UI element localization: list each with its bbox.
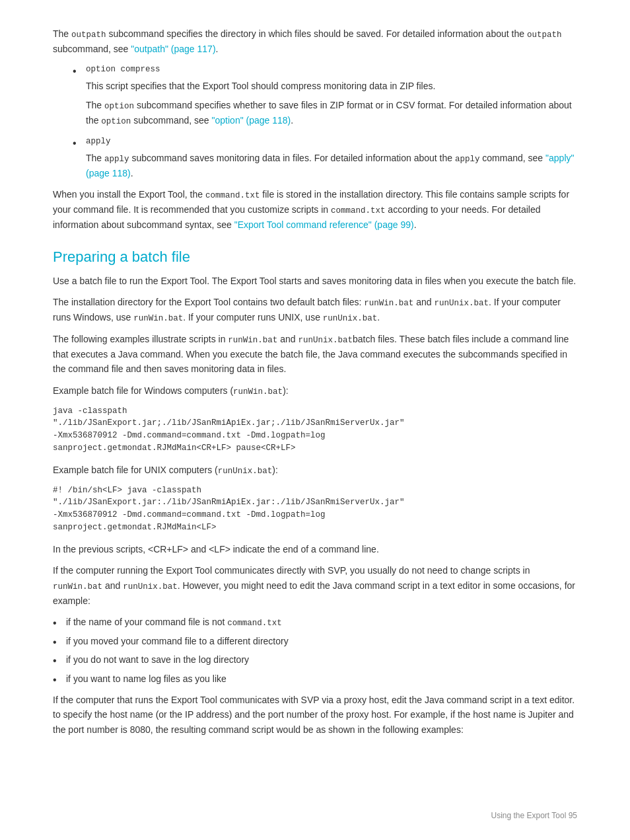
ap-t3: command, see (479, 153, 545, 163)
svp-code2: runUnix.bat (123, 582, 178, 592)
option-compress-p2: The option subcommand specifies whether … (86, 98, 577, 128)
section-p2: The installation directory for the Expor… (53, 295, 577, 325)
ul-t1: Example batch file for UNIX computers ( (53, 465, 218, 475)
ul-code: runUnix.bat (218, 467, 273, 476)
sp3-t1: The following examples illustrate script… (53, 334, 228, 344)
scripts-note: In the previous scripts, <CR+LF> and <LF… (53, 542, 577, 556)
outpath-period: . (216, 44, 219, 54)
section-heading: Preparing a batch file (53, 248, 577, 266)
ip-t1: When you install the Export Tool, the (53, 189, 205, 200)
apply-code: apply (86, 135, 577, 148)
export-tool-ref-link[interactable]: "Export Tool command reference" (page 99… (234, 219, 414, 230)
command-txt-code: command.txt (227, 619, 282, 628)
bullet-item-apply: apply The apply subcommand saves monitor… (73, 135, 577, 180)
bullet-apply: apply The apply subcommand saves monitor… (53, 135, 577, 180)
apply-p1: The apply subcommand saves monitoring da… (86, 151, 577, 180)
ap-code1: apply (104, 155, 129, 164)
list-item-1: if the name of your command file is not … (53, 615, 577, 630)
section-p3: The following examples illustrate script… (53, 332, 577, 377)
sp2-code3: runWin.bat (133, 314, 183, 323)
list-item-2: if you moved your command file to a diff… (53, 634, 577, 648)
list-item-4: if you want to name log files as you lik… (53, 671, 577, 686)
sp2-t1: The installation directory for the Expor… (53, 297, 364, 307)
sp2-code4: runUnix.bat (323, 314, 378, 323)
sp3-code1: runWin.bat (228, 336, 277, 345)
oc-p2-code2: option (101, 117, 131, 126)
oc-p2-period: . (291, 115, 293, 126)
outpath-code-1: outpath (71, 30, 106, 40)
wl-t1: Example batch file for Windows computers… (53, 385, 233, 396)
list-item-3: if you do not want to save in the log di… (53, 652, 577, 667)
ip-period: . (414, 219, 417, 230)
ap-code2: apply (455, 155, 480, 164)
oc-p2-t3: subcommand, see (131, 115, 211, 126)
sp2-period: . (377, 312, 380, 323)
sp2-code2: runUnix.bat (434, 299, 489, 308)
outpath-text-2: subcommand specifies the directory in wh… (106, 28, 527, 39)
unix-code-block: #! /bin/sh<LF> java -classpath "./lib/JS… (53, 484, 577, 534)
outpath-text-1: The (53, 28, 71, 39)
windows-label: Example batch file for Windows computers… (53, 383, 577, 399)
bullet-item-option: option compress This script specifies th… (73, 63, 577, 128)
svp-t1: If the computer running the Export Tool … (53, 565, 530, 576)
ap-t1: The (86, 153, 104, 163)
proxy-paragraph: If the computer that runs the Export Too… (53, 693, 577, 737)
ap-period: . (131, 168, 133, 178)
ul-t2: ): (272, 465, 278, 475)
sp2-t2: and (413, 297, 434, 307)
outpath-link[interactable]: "outpath" (page 117) (131, 44, 215, 54)
option-compress-p1: This script specifies that the Export To… (86, 79, 577, 93)
outpath-text-3: subcommand, see (53, 44, 131, 54)
page: The outpath subcommand specifies the dir… (0, 0, 630, 840)
outpath-paragraph: The outpath subcommand specifies the dir… (53, 26, 577, 56)
wl-t2: ): (283, 385, 289, 396)
outpath-code-2: outpath (527, 30, 562, 40)
windows-code-block: java -classpath "./lib/JSanExport.jar;./… (53, 405, 577, 455)
option-link[interactable]: "option" (page 118) (212, 115, 291, 126)
unix-label: Example batch file for UNIX computers (r… (53, 463, 577, 478)
option-compress-code: option compress (86, 63, 577, 76)
ip-code2: command.txt (331, 206, 386, 215)
bullet-option-compress: option compress This script specifies th… (53, 63, 577, 128)
ip-code1: command.txt (205, 191, 260, 200)
svp-paragraph: If the computer running the Export Tool … (53, 563, 577, 608)
sp2-t4: . If your computer runs UNIX, use (183, 312, 323, 323)
install-paragraph: When you install the Export Tool, the co… (53, 187, 577, 232)
oc-p2-t1: The (86, 100, 104, 110)
wl-code: runWin.bat (233, 387, 283, 397)
section-p1: Use a batch file to run the Export Tool.… (53, 274, 577, 288)
sp2-code1: runWin.bat (364, 299, 413, 308)
sp3-t2: and (277, 334, 298, 344)
ap-t2: subcommand saves monitoring data in file… (129, 153, 455, 163)
page-footer: Using the Export Tool 95 (491, 811, 577, 820)
sp3-code2: runUnix.bat (298, 336, 353, 345)
oc-p2-code1: option (104, 102, 134, 111)
svp-code1: runWin.bat (53, 582, 102, 592)
conditions-list: if the name of your command file is not … (53, 615, 577, 686)
svp-t2: and (102, 580, 123, 591)
